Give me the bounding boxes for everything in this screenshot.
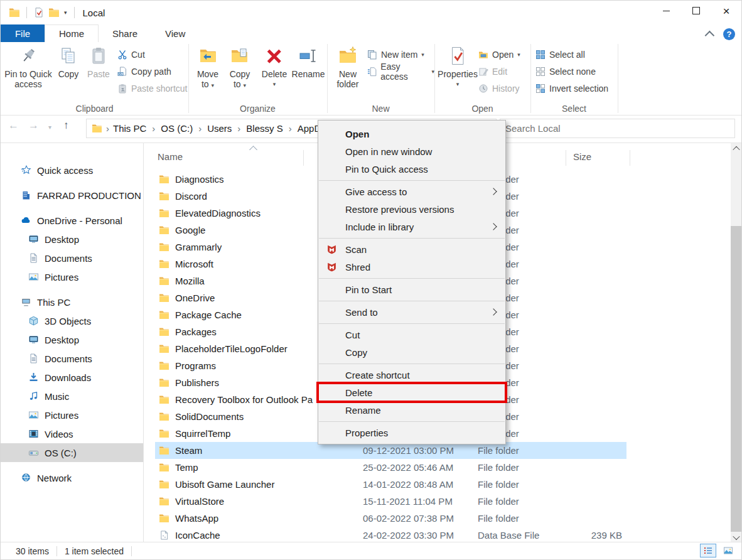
file-type: File folder	[478, 496, 569, 507]
file-date-modified: 14-01-2022 08:48 AM	[363, 479, 478, 490]
edit-button[interactable]: Edit	[478, 64, 507, 79]
menu-item-pin-to-start[interactable]: Pin to Start	[318, 281, 505, 298]
file-row-iconcache[interactable]: IconCache 24-02-2022 03:30 PM Data Base …	[144, 527, 731, 542]
scroll-up-icon[interactable]	[731, 143, 741, 154]
menu-item-pin-to-quick-access[interactable]: Pin to Quick access	[318, 160, 505, 178]
paste-button[interactable]: Paste	[84, 46, 113, 79]
menu-item-send-to[interactable]: Send to	[318, 303, 505, 321]
sidebar-item-farrad-production[interactable]: FARRAD PRODUCTION	[1, 186, 143, 205]
menu-item-include-in-library[interactable]: Include in library	[318, 218, 505, 235]
new-folder-button[interactable]: New folder	[331, 46, 365, 89]
breadcrumb-segment-blessy-s[interactable]: Blessy S	[246, 123, 297, 134]
copy-to-button[interactable]: Copy to ▾	[225, 46, 255, 90]
column-divider[interactable]	[630, 150, 630, 166]
download-icon	[28, 372, 39, 382]
scrollbar-thumb[interactable]	[731, 226, 741, 532]
column-divider[interactable]	[566, 150, 566, 166]
easy-access-button[interactable]: Easy access ▾	[367, 64, 434, 79]
maximize-button[interactable]	[681, 1, 711, 21]
column-divider[interactable]	[303, 150, 304, 166]
cut-button[interactable]: Cut	[117, 47, 145, 62]
copy-button[interactable]: Copy	[54, 46, 83, 79]
menu-item-properties[interactable]: Properties	[318, 424, 505, 441]
history-button[interactable]: History	[478, 81, 520, 96]
select-all-button[interactable]: Select all	[535, 47, 585, 62]
folder-icon	[159, 310, 169, 320]
properties-button[interactable]: Properties ▾	[439, 46, 476, 89]
menu-item-copy[interactable]: Copy	[318, 343, 505, 361]
sidebar-item-os-c[interactable]: OS (C:)	[1, 443, 143, 462]
sidebar-item-downloads[interactable]: Downloads	[1, 368, 143, 387]
menu-item-restore-previous-versions[interactable]: Restore previous versions	[318, 200, 505, 218]
forward-icon[interactable]: →	[28, 119, 39, 132]
menu-item-scan[interactable]: Scan	[318, 240, 505, 258]
vertical-scrollbar[interactable]	[731, 143, 741, 542]
file-row-virtualstore[interactable]: VirtualStore 15-11-2021 11:04 PM File fo…	[144, 493, 731, 510]
file-row-ubisoft-game-launcher[interactable]: Ubisoft Game Launcher 14-01-2022 08:48 A…	[144, 476, 731, 493]
sidebar-item-documents[interactable]: Documents	[1, 349, 143, 368]
column-header-size[interactable]: Size	[573, 151, 591, 162]
details-view-button[interactable]	[700, 544, 716, 557]
large-icons-view-button[interactable]	[720, 544, 736, 557]
file-row-whatsapp[interactable]: WhatsApp 06-02-2022 07:38 PM File folder	[144, 510, 731, 527]
sidebar-item-pictures[interactable]: Pictures	[1, 267, 143, 286]
menu-item-delete[interactable]: Delete	[318, 384, 505, 401]
sidebar-item-this-pc[interactable]: This PC	[1, 293, 143, 311]
chevron-right-icon	[283, 123, 298, 134]
file-row-steam[interactable]: Steam 09-12-2021 03:00 PM File folder	[144, 442, 731, 459]
file-name: Mozilla	[175, 276, 205, 286]
tab-share[interactable]: Share	[99, 24, 151, 42]
sidebar-item-pictures[interactable]: Pictures	[1, 406, 143, 424]
sidebar-item-documents[interactable]: Documents	[1, 249, 143, 267]
folder-icon	[159, 208, 169, 218]
new-item-button[interactable]: New item ▾	[367, 47, 424, 62]
menu-item-open[interactable]: Open	[318, 125, 505, 143]
rename-button[interactable]: Rename	[291, 46, 326, 79]
pin-to-quick-access-button[interactable]: Pin to Quick access	[4, 46, 52, 89]
breadcrumb-segment-os-c[interactable]: OS (C:)	[161, 123, 207, 134]
menu-item-create-shortcut[interactable]: Create shortcut	[318, 366, 505, 384]
sidebar-item-quick-access[interactable]: Quick access	[1, 161, 143, 180]
sidebar-item-music[interactable]: Music	[1, 387, 143, 406]
breadcrumb-segment-this-pc[interactable]: This PC	[113, 123, 161, 134]
menu-item-cut[interactable]: Cut	[318, 326, 505, 343]
tab-view[interactable]: View	[151, 24, 199, 42]
menu-item-give-access-to[interactable]: Give access to	[318, 183, 505, 200]
up-icon[interactable]: ↑	[63, 119, 69, 132]
sort-ascending-icon[interactable]	[249, 146, 257, 154]
tab-file[interactable]: File	[1, 24, 45, 42]
scroll-down-icon[interactable]	[731, 532, 741, 542]
menu-separator	[319, 363, 505, 364]
delete-button[interactable]: Delete ▾	[259, 46, 289, 89]
properties-quick-icon[interactable]	[33, 8, 45, 18]
sidebar-item-desktop[interactable]: Desktop	[1, 330, 143, 349]
file-row-temp[interactable]: Temp 25-02-2022 05:46 AM File folder	[144, 459, 731, 476]
move-to-button[interactable]: Move to ▾	[193, 46, 223, 90]
recent-locations-icon[interactable]: ▾	[48, 124, 51, 131]
sidebar-item-3d-objects[interactable]: 3D Objects	[1, 311, 143, 330]
sidebar-item-desktop[interactable]: Desktop	[1, 230, 143, 249]
new-folder-quick-icon[interactable]	[48, 8, 60, 18]
back-icon[interactable]: ←	[8, 119, 19, 132]
breadcrumb-segment-users[interactable]: Users	[207, 123, 246, 134]
copy-path-button[interactable]: Copy path	[117, 64, 171, 79]
qat-dropdown-icon[interactable]: ▾	[64, 9, 67, 16]
minimize-icon	[663, 11, 670, 11]
select-none-button[interactable]: Select none	[535, 64, 596, 79]
paste-shortcut-button[interactable]: Paste shortcut	[117, 81, 188, 96]
invert-selection-button[interactable]: Invert selection	[535, 81, 608, 96]
sidebar-item-network[interactable]: Network	[1, 468, 143, 487]
close-button[interactable]: ×	[711, 1, 741, 21]
open-button[interactable]: Open ▾	[478, 47, 520, 62]
minimize-button[interactable]	[651, 1, 681, 21]
sidebar-item-videos[interactable]: Videos	[1, 424, 143, 443]
search-input[interactable]	[500, 119, 735, 138]
menu-item-open-in-new-window[interactable]: Open in new window	[318, 143, 505, 160]
sidebar-item-onedrive-personal[interactable]: OneDrive - Personal	[1, 211, 143, 230]
tab-home[interactable]: Home	[45, 24, 99, 43]
help-icon[interactable]: ?	[723, 28, 735, 40]
column-header-name[interactable]: Name	[158, 151, 183, 162]
menu-item-shred[interactable]: Shred	[318, 258, 505, 276]
file-date-modified: 09-12-2021 03:00 PM	[363, 445, 478, 456]
menu-item-rename[interactable]: Rename	[318, 401, 505, 419]
